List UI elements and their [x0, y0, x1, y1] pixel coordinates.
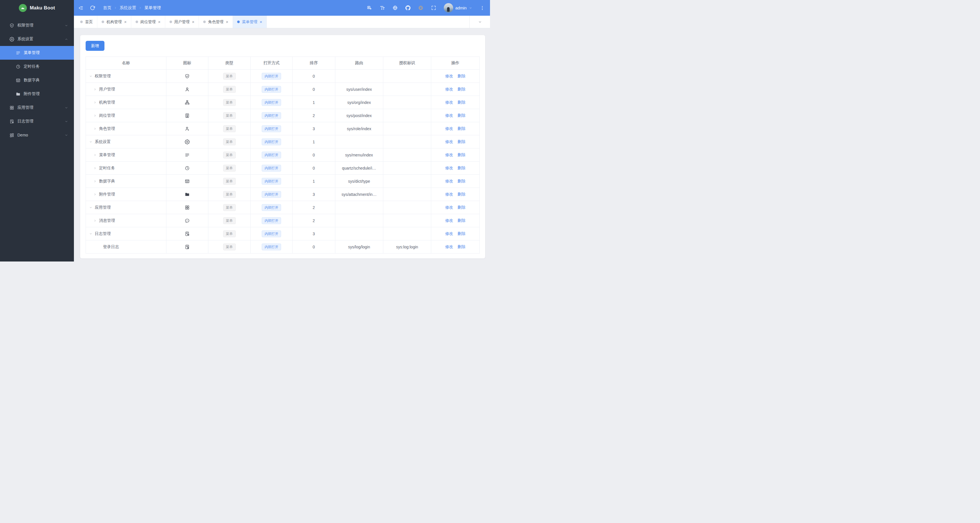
- collapse-sidebar-icon[interactable]: [78, 5, 84, 11]
- edit-link[interactable]: 修改: [445, 113, 453, 118]
- refresh-icon[interactable]: [90, 5, 95, 11]
- edit-link[interactable]: 修改: [445, 87, 453, 91]
- expand-toggle-icon[interactable]: [93, 193, 97, 196]
- tab-1[interactable]: 机构管理×: [97, 16, 131, 28]
- column-header-4: 排序: [293, 57, 335, 70]
- chevron-down-icon: [65, 120, 68, 123]
- cell-type: 菜单: [208, 109, 251, 122]
- expand-toggle-icon[interactable]: [93, 219, 97, 222]
- edit-link[interactable]: 修改: [445, 205, 453, 209]
- delete-link[interactable]: 删除: [457, 231, 465, 236]
- expand-toggle-icon[interactable]: [93, 180, 97, 183]
- add-button[interactable]: 新增: [86, 41, 105, 51]
- expand-toggle-icon[interactable]: [93, 166, 97, 170]
- close-icon[interactable]: ×: [124, 20, 127, 24]
- expand-collapse-icon[interactable]: [89, 206, 92, 209]
- close-icon[interactable]: ×: [260, 20, 262, 24]
- tab-4[interactable]: 角色管理×: [199, 16, 233, 28]
- expand-toggle-icon[interactable]: [93, 114, 97, 117]
- fullscreen-icon[interactable]: [431, 5, 436, 11]
- menu-name: 岗位管理: [99, 113, 115, 118]
- tab-dot: [170, 21, 172, 23]
- doc-user-icon: [185, 244, 190, 250]
- user-dropdown[interactable]: admin: [444, 3, 473, 13]
- tab-3[interactable]: 用户管理×: [165, 16, 199, 28]
- cell-open-mode: 内部打开: [250, 214, 293, 227]
- github-icon[interactable]: [405, 5, 410, 11]
- translate-icon[interactable]: [367, 5, 372, 11]
- delete-link[interactable]: 删除: [457, 113, 465, 118]
- expand-toggle-icon[interactable]: [93, 127, 97, 131]
- cell-name: 应用管理: [86, 201, 166, 214]
- close-icon[interactable]: ×: [192, 20, 195, 24]
- cell-auth: [383, 175, 431, 188]
- avatar[interactable]: [444, 3, 453, 13]
- type-badge: 菜单: [223, 191, 236, 198]
- expand-toggle-icon[interactable]: [93, 88, 97, 91]
- delete-link[interactable]: 删除: [457, 152, 465, 157]
- delete-link[interactable]: 删除: [457, 218, 465, 223]
- delete-link[interactable]: 删除: [457, 139, 465, 144]
- app-root: Maku Boot 权限管理系统设置菜单管理定时任务数据字典附件管理应用管理日志…: [0, 0, 490, 262]
- clock-icon: [16, 64, 21, 69]
- type-badge: 菜单: [223, 99, 236, 106]
- cell-open-mode: 内部打开: [250, 175, 293, 188]
- expand-collapse-icon[interactable]: [89, 140, 92, 144]
- gear-icon: [185, 139, 190, 145]
- delete-link[interactable]: 删除: [457, 244, 465, 249]
- cell-name: 菜单管理: [86, 148, 166, 161]
- edit-link[interactable]: 修改: [445, 74, 453, 78]
- delete-link[interactable]: 删除: [457, 166, 465, 170]
- tab-overflow-button[interactable]: [469, 16, 490, 28]
- edit-link[interactable]: 修改: [445, 192, 453, 196]
- edit-link[interactable]: 修改: [445, 231, 453, 236]
- tab-5[interactable]: 菜单管理×: [233, 16, 267, 28]
- expand-collapse-icon[interactable]: [89, 75, 92, 78]
- sidebar-item-0[interactable]: 权限管理: [0, 19, 74, 32]
- sidebar-item-3[interactable]: 日志管理: [0, 115, 74, 128]
- sidebar-item-4[interactable]: Demo: [0, 128, 74, 142]
- cell-open-mode: 内部打开: [250, 188, 293, 201]
- delete-link[interactable]: 删除: [457, 74, 465, 78]
- tab-2[interactable]: 岗位管理×: [131, 16, 165, 28]
- cell-route: sys/org/index: [335, 96, 383, 109]
- sidebar-item-1[interactable]: 系统设置: [0, 32, 74, 46]
- menu-name: 菜单管理: [99, 152, 115, 158]
- edit-link[interactable]: 修改: [445, 244, 453, 249]
- sidebar-subitem-1-1[interactable]: 定时任务: [0, 60, 74, 73]
- cell-auth: [383, 227, 431, 241]
- delete-link[interactable]: 删除: [457, 87, 465, 91]
- edit-link[interactable]: 修改: [445, 139, 453, 144]
- expand-collapse-icon[interactable]: [89, 232, 92, 236]
- close-icon[interactable]: ×: [158, 20, 161, 24]
- kebab-menu-icon[interactable]: [480, 5, 485, 11]
- expand-toggle-icon[interactable]: [93, 153, 97, 157]
- delete-link[interactable]: 删除: [457, 126, 465, 131]
- edit-link[interactable]: 修改: [445, 126, 453, 131]
- tab-0[interactable]: 首页: [76, 16, 97, 28]
- sidebar-item-label: 日志管理: [18, 119, 65, 124]
- delete-link[interactable]: 删除: [457, 192, 465, 196]
- gitee-icon[interactable]: [418, 5, 423, 11]
- close-icon[interactable]: ×: [226, 20, 228, 24]
- delete-link[interactable]: 删除: [457, 179, 465, 183]
- edit-link[interactable]: 修改: [445, 179, 453, 183]
- sidebar-subitem-1-3[interactable]: 附件管理: [0, 87, 74, 101]
- cell-auth: [383, 214, 431, 227]
- expand-toggle-icon[interactable]: [93, 101, 97, 104]
- delete-link[interactable]: 删除: [457, 100, 465, 104]
- globe-icon[interactable]: [392, 5, 398, 11]
- sidebar-item-label: Demo: [18, 133, 65, 137]
- sidebar-subitem-1-0[interactable]: 菜单管理: [0, 46, 74, 60]
- sidebar-subitem-1-2[interactable]: 数据字典: [0, 73, 74, 87]
- edit-link[interactable]: 修改: [445, 152, 453, 157]
- breadcrumb-item-0[interactable]: 首页: [103, 5, 111, 11]
- breadcrumb-separator-icon: [114, 6, 117, 10]
- edit-link[interactable]: 修改: [445, 100, 453, 104]
- edit-link[interactable]: 修改: [445, 166, 453, 170]
- edit-link[interactable]: 修改: [445, 218, 453, 223]
- sidebar-item-2[interactable]: 应用管理: [0, 101, 74, 115]
- breadcrumb-item-1[interactable]: 系统设置: [119, 5, 136, 11]
- font-size-icon[interactable]: [380, 5, 385, 11]
- delete-link[interactable]: 删除: [457, 205, 465, 209]
